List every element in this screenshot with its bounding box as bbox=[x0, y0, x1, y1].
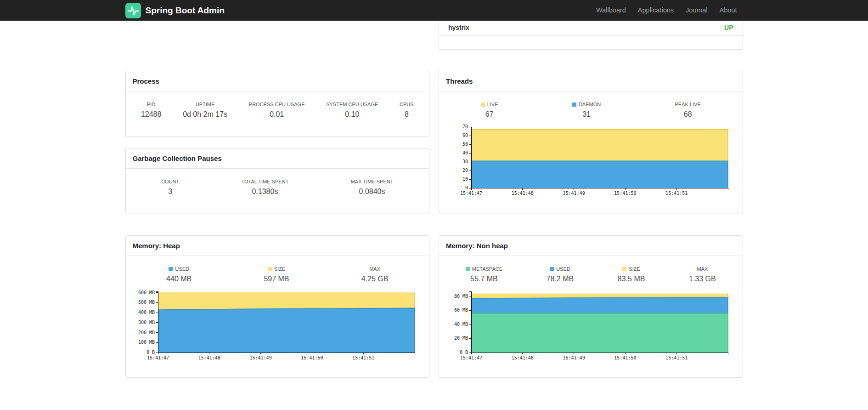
svg-text:40 MB: 40 MB bbox=[454, 322, 468, 327]
process-panel: Process PID 12488 UPTIME 0d 0h 2m 17s PR… bbox=[125, 71, 430, 137]
stat-uptime: UPTIME 0d 0h 2m 17s bbox=[183, 102, 227, 119]
stat-system-cpu: SYSTEM CPU USAGE 0.10 bbox=[326, 102, 378, 119]
svg-text:0 B: 0 B bbox=[146, 350, 154, 355]
svg-text:15:41:48: 15:41:48 bbox=[198, 355, 220, 360]
gc-pauses-panel: Garbage Collection Pauses COUNT 3 TOTAL … bbox=[125, 148, 430, 213]
svg-text:100 MB: 100 MB bbox=[138, 340, 154, 345]
stat-gc-total-time: TOTAL TIME SPENT 0.1380s bbox=[242, 179, 289, 196]
svg-text:200 MB: 200 MB bbox=[138, 330, 154, 335]
stat-metaspace: METASPACE 55.7 MB bbox=[466, 266, 502, 283]
svg-text:15:41:51: 15:41:51 bbox=[665, 355, 688, 360]
legend-swatch-used bbox=[550, 267, 554, 271]
nav-item-about[interactable]: About bbox=[714, 0, 743, 21]
legend-swatch-size bbox=[622, 267, 626, 271]
svg-text:60 MB: 60 MB bbox=[454, 308, 468, 313]
panel-title: Memory: Heap bbox=[133, 242, 180, 250]
stat-process-cpu: PROCESS CPU USAGE 0.01 bbox=[249, 102, 305, 119]
svg-text:15:41:47: 15:41:47 bbox=[460, 191, 482, 196]
svg-text:300 MB: 300 MB bbox=[138, 320, 154, 325]
panel-title: Memory: Non heap bbox=[446, 242, 508, 250]
process-stats: PID 12488 UPTIME 0d 0h 2m 17s PROCESS CP… bbox=[126, 91, 429, 119]
legend-swatch-metaspace bbox=[466, 267, 470, 271]
top-navbar: Spring Boot Admin Wallboard Applications… bbox=[0, 0, 868, 21]
dashboard: Process PID 12488 UPTIME 0d 0h 2m 17s PR… bbox=[125, 21, 743, 378]
svg-text:15:41:50: 15:41:50 bbox=[614, 191, 636, 196]
legend-swatch-used bbox=[169, 267, 173, 271]
nonheap-panel-header: Memory: Non heap bbox=[439, 236, 743, 256]
svg-text:500 MB: 500 MB bbox=[138, 300, 154, 305]
heap-memory-chart: 0 B100 MB200 MB300 MB400 MB500 MB600 MB1… bbox=[132, 289, 423, 362]
threads-chart: 01020304050607015:41:4715:41:4815:41:491… bbox=[445, 124, 736, 198]
status-badge: UP bbox=[724, 24, 733, 31]
stat-threads-peak-live: PEAK LIVE 68 bbox=[675, 102, 701, 119]
health-row-hystrix[interactable]: hystrix UP bbox=[439, 21, 743, 36]
svg-text:600 MB: 600 MB bbox=[138, 290, 154, 295]
nav-item-wallboard[interactable]: Wallboard bbox=[590, 0, 632, 21]
svg-text:15:41:50: 15:41:50 bbox=[614, 355, 636, 360]
stat-nonheap-used: USED 78.2 MB bbox=[547, 266, 574, 283]
svg-text:60: 60 bbox=[462, 133, 468, 138]
svg-text:15:41:51: 15:41:51 bbox=[352, 355, 374, 360]
svg-text:15:41:47: 15:41:47 bbox=[460, 355, 482, 360]
stat-nonheap-max: MAX 1.33 GB bbox=[689, 266, 716, 283]
panel-title: Process bbox=[133, 77, 159, 85]
left-column: Process PID 12488 UPTIME 0d 0h 2m 17s PR… bbox=[125, 21, 430, 378]
nonheap-stats: METASPACE 55.7 MB USED 78.2 MB SIZE 83.5… bbox=[439, 256, 743, 283]
svg-text:0 B: 0 B bbox=[460, 350, 468, 355]
svg-text:15:41:51: 15:41:51 bbox=[665, 191, 688, 196]
svg-text:40: 40 bbox=[462, 150, 468, 155]
legend-swatch-size bbox=[268, 267, 272, 271]
stat-cpus: CPUS 8 bbox=[400, 102, 414, 119]
threads-panel: Threads LIVE 67 DAEMON 31 PEAK LIVE 68 bbox=[439, 71, 743, 213]
svg-text:20 MB: 20 MB bbox=[454, 336, 468, 341]
stat-heap-max: MAX 4.25 GB bbox=[361, 266, 389, 283]
panel-title: Garbage Collection Pauses bbox=[133, 154, 222, 162]
stat-pid: PID 12488 bbox=[141, 102, 162, 119]
legend-swatch-daemon bbox=[572, 102, 576, 107]
spring-boot-admin-logo-icon bbox=[125, 3, 141, 18]
stat-gc-max-time: MAX TIME SPENT 0.0840s bbox=[351, 179, 394, 196]
brand-title: Spring Boot Admin bbox=[146, 6, 225, 16]
svg-text:70: 70 bbox=[462, 124, 468, 129]
health-application-name: hystrix bbox=[448, 24, 469, 31]
threads-stats: LIVE 67 DAEMON 31 PEAK LIVE 68 bbox=[439, 91, 743, 119]
gc-panel-header: Garbage Collection Pauses bbox=[126, 148, 429, 169]
svg-text:15:41:49: 15:41:49 bbox=[249, 355, 271, 360]
svg-text:15:41:49: 15:41:49 bbox=[563, 191, 585, 196]
svg-text:0: 0 bbox=[465, 185, 468, 190]
svg-text:400 MB: 400 MB bbox=[138, 310, 154, 315]
svg-text:80 MB: 80 MB bbox=[454, 294, 468, 299]
memory-heap-panel: Memory: Heap USED 440 MB SIZE 597 MB MAX… bbox=[125, 235, 430, 378]
stat-nonheap-size: SIZE 83.5 MB bbox=[618, 266, 645, 283]
panel-title: Threads bbox=[446, 77, 473, 85]
brand-link[interactable]: Spring Boot Admin bbox=[125, 3, 225, 18]
svg-text:50: 50 bbox=[462, 142, 468, 147]
svg-text:30: 30 bbox=[462, 159, 468, 164]
stat-threads-daemon: DAEMON 31 bbox=[572, 102, 601, 119]
legend-swatch-live bbox=[481, 102, 485, 107]
threads-panel-header: Threads bbox=[439, 71, 743, 91]
process-panel-header: Process bbox=[126, 71, 429, 91]
gc-stats: COUNT 3 TOTAL TIME SPENT 0.1380s MAX TIM… bbox=[126, 169, 429, 196]
nav-item-journal[interactable]: Journal bbox=[680, 0, 714, 21]
stat-threads-live: LIVE 67 bbox=[481, 102, 498, 119]
memory-nonheap-panel: Memory: Non heap METASPACE 55.7 MB USED … bbox=[439, 235, 743, 378]
stat-heap-size: SIZE 597 MB bbox=[264, 266, 289, 283]
heap-panel-header: Memory: Heap bbox=[126, 236, 429, 256]
stat-gc-count: COUNT 3 bbox=[161, 179, 179, 196]
health-panel-cutoff: hystrix UP bbox=[439, 21, 743, 50]
nav-item-applications[interactable]: Applications bbox=[632, 0, 680, 21]
svg-text:15:41:48: 15:41:48 bbox=[512, 191, 534, 196]
right-column: hystrix UP Threads LIVE 67 DAEMON 31 bbox=[439, 21, 743, 378]
stat-heap-used: USED 440 MB bbox=[166, 266, 192, 283]
navbar-menu: Wallboard Applications Journal About bbox=[590, 0, 743, 21]
svg-text:15:41:47: 15:41:47 bbox=[147, 355, 169, 360]
svg-text:15:41:48: 15:41:48 bbox=[512, 355, 534, 360]
svg-text:10: 10 bbox=[462, 177, 468, 182]
svg-text:15:41:50: 15:41:50 bbox=[301, 355, 323, 360]
svg-text:20: 20 bbox=[462, 168, 468, 173]
nonheap-memory-chart: 0 B20 MB40 MB60 MB80 MB15:41:4715:41:481… bbox=[445, 289, 736, 362]
heap-stats: USED 440 MB SIZE 597 MB MAX 4.25 GB bbox=[126, 256, 429, 283]
svg-text:15:41:49: 15:41:49 bbox=[563, 355, 585, 360]
